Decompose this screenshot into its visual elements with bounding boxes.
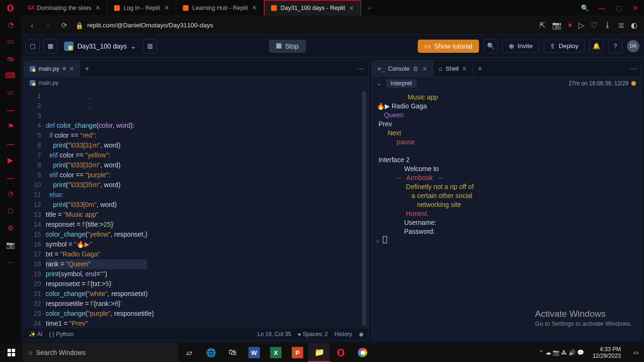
close-icon[interactable]: ✕ — [252, 4, 257, 11]
console-icon: >_ — [378, 65, 385, 72]
stop-label: Stop — [285, 42, 299, 50]
help-button[interactable]: ? — [608, 39, 622, 53]
record-icon[interactable]: ◉ — [359, 331, 363, 337]
sidebar-icon[interactable]: — — [6, 139, 15, 148]
console-tab[interactable]: >_ Console 🗑 ✕ — [372, 61, 433, 76]
shield-icon[interactable]: ♦ — [568, 21, 572, 30]
console-overflow-menu[interactable]: ⋯ — [626, 61, 641, 76]
close-icon[interactable]: ✕ — [349, 5, 354, 12]
system-tray[interactable]: ⌃ ☁ 📷 🖧 🔊 💬 — [539, 349, 584, 356]
close-icon[interactable]: ✕ — [462, 66, 467, 72]
sidebar-icon[interactable]: ▭ — [6, 37, 15, 46]
code-lines: def color_change(color, word): if color … — [46, 89, 154, 328]
sidebar-icon[interactable]: ⏱ — [6, 189, 15, 199]
taskbar-search[interactable]: ○ Search Windows — [23, 343, 178, 362]
sidebar-icon[interactable]: ⬡ — [6, 206, 15, 216]
close-icon[interactable]: ✕ — [95, 4, 100, 11]
language-indicator[interactable]: { } Python — [49, 331, 74, 337]
taskbar-app[interactable]: X — [265, 343, 287, 362]
sidebar-icon[interactable]: — — [6, 105, 15, 114]
trash-icon[interactable]: 🗑 — [413, 66, 419, 72]
menu-icon[interactable]: ≣ — [618, 21, 624, 30]
taskbar-apps: ▱🌐🛍WXP📁 — [178, 343, 373, 362]
sidebar-toggle[interactable]: ▢ — [25, 39, 40, 53]
console-output[interactable]: Music app 🔥▶ Radio Gaga Queen Prev Next … — [372, 90, 641, 340]
share-icon[interactable]: ⇱ — [539, 21, 545, 30]
history-button[interactable]: History — [334, 331, 352, 337]
new-tab-button[interactable]: + — [361, 0, 378, 16]
back-button[interactable]: ‹ — [27, 21, 37, 29]
taskbar-app[interactable] — [352, 343, 373, 362]
close-icon[interactable]: ✕ — [164, 4, 169, 11]
sidebar-icon[interactable]: 📷 — [6, 240, 15, 250]
taskbar-app[interactable]: W — [243, 343, 265, 362]
invite-button[interactable]: ⊕ Invite — [503, 40, 539, 53]
camera-icon[interactable]: 📷 — [552, 21, 561, 30]
sidebar-icon[interactable]: ◔ — [6, 20, 15, 29]
spaces-indicator[interactable]: ● Spaces: 2 — [298, 331, 328, 337]
taskbar-app[interactable]: P — [287, 343, 308, 362]
taskbar-app[interactable] — [330, 343, 352, 362]
browser-tab[interactable]: Log In - Replit✕ — [107, 0, 176, 16]
maximize-button[interactable]: ▢ — [610, 4, 627, 12]
sidebar-icon[interactable]: ⌨ — [6, 71, 15, 80]
send-icon[interactable]: ▷ — [578, 21, 584, 30]
forward-button[interactable]: › — [43, 21, 53, 29]
sidebar-icon[interactable]: 🛍 — [6, 54, 15, 63]
search-icon[interactable]: 🔍 — [576, 4, 593, 12]
taskbar-clock[interactable]: 4:33 PM 12/29/2023 — [589, 346, 625, 359]
browser-addressbar: ‹ › ⟳ 🔒 replit.com/@DanielOmotayo/Day311… — [21, 16, 644, 35]
start-button[interactable] — [0, 349, 23, 356]
breadcrumb-text: main.py — [39, 80, 58, 86]
breadcrumb: main.py — [24, 77, 368, 89]
sidebar-icon[interactable]: ⚑ — [6, 122, 15, 131]
new-file-tab[interactable]: + — [80, 61, 94, 76]
url-display[interactable]: 🔒 replit.com/@DanielOmotayo/Day31100-day… — [75, 22, 213, 29]
editor-overflow-menu[interactable]: ⋯ — [353, 61, 368, 76]
fold-icon[interactable]: ⌄ — [88, 93, 92, 103]
taskbar-app[interactable]: ▱ — [178, 343, 200, 362]
ai-indicator[interactable]: ✨ AI — [29, 331, 42, 337]
download-icon[interactable]: ⭳ — [604, 21, 611, 30]
chevron-down-icon[interactable]: ⌄ — [377, 80, 381, 87]
chevron-down-icon: ⌄ — [131, 42, 136, 50]
project-picker[interactable]: Day31_100 days ⌄ — [61, 41, 139, 51]
browser-tab[interactable]: Day31_100 days - Replit✕ — [264, 0, 361, 16]
heart-icon[interactable]: ♡ — [591, 21, 597, 30]
search-button[interactable]: 🔍 — [484, 39, 498, 53]
taskbar-app[interactable]: 🛍 — [222, 343, 243, 362]
code-editor[interactable]: 1 2 3 4 5 6 7 8 9 10 11 12 13 14 15 16 1… — [24, 89, 368, 328]
deploy-button[interactable]: ⇪ Deploy — [544, 40, 585, 53]
sidebar-icon[interactable]: ⚙ — [6, 223, 15, 233]
interpret-chip[interactable]: Interpret — [386, 79, 417, 88]
stop-button[interactable]: Stop — [269, 40, 306, 53]
book-icon: ▭ — [424, 42, 430, 50]
browser-tab[interactable]: GX.Dominating the skies✕ — [21, 0, 107, 16]
profile-icon[interactable]: ◐ — [631, 21, 637, 30]
sidebar-icon[interactable]: ⋯ — [6, 257, 15, 267]
browser-tab[interactable]: Learning Hub - Replit✕ — [176, 0, 264, 16]
sidebar-icon[interactable]: — — [6, 173, 15, 182]
fold-icon[interactable]: ⌄ — [88, 103, 92, 113]
search-placeholder: Search Windows — [36, 349, 85, 356]
close-icon[interactable]: ✕ — [422, 66, 427, 72]
file-tab[interactable]: main.py ✕ — [24, 61, 80, 76]
shell-tab[interactable]: ⌂ Shell ✕ — [433, 61, 473, 76]
reload-button[interactable]: ⟳ — [59, 21, 69, 30]
windows-activation-overlay: Activate Windows Go to Settings to activ… — [535, 309, 632, 327]
minimize-button[interactable]: — — [593, 4, 610, 12]
notifications-button[interactable]: 🔔 — [589, 39, 603, 53]
notifications-icon[interactable]: ▭ — [629, 349, 642, 356]
new-console-tab[interactable]: + — [473, 61, 487, 76]
clock-time: 4:33 PM — [593, 346, 621, 353]
layout-button[interactable]: ▥ — [143, 39, 157, 53]
close-window-button[interactable]: ✕ — [627, 4, 644, 12]
grid-toggle[interactable]: ▦ — [43, 39, 58, 53]
taskbar-app[interactable]: 🌐 — [200, 343, 222, 362]
show-tutorial-button[interactable]: ▭ Show tutorial — [418, 40, 479, 53]
taskbar-app[interactable]: 📁 — [308, 343, 330, 362]
sidebar-icon[interactable]: ▭ — [6, 88, 15, 97]
close-icon[interactable]: ✕ — [69, 66, 74, 72]
avatar[interactable]: DA — [627, 40, 639, 52]
sidebar-icon[interactable]: ▶ — [6, 156, 15, 165]
